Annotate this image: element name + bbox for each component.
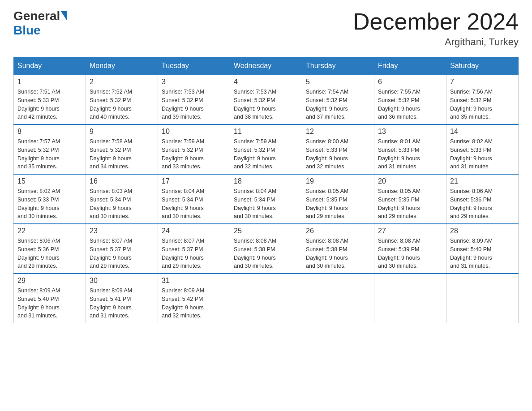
calendar-cell: 5Sunrise: 7:54 AMSunset: 5:32 PMDaylight… xyxy=(302,75,374,124)
calendar-cell: 17Sunrise: 8:04 AMSunset: 5:34 PMDayligh… xyxy=(158,174,230,224)
day-number: 24 xyxy=(162,227,226,235)
day-info: Sunrise: 7:53 AMSunset: 5:32 PMDaylight:… xyxy=(162,88,226,121)
day-info: Sunrise: 8:02 AMSunset: 5:33 PMDaylight:… xyxy=(17,187,82,221)
day-number: 1 xyxy=(17,78,82,86)
weekday-header-sunday: Sunday xyxy=(14,57,86,75)
week-row-2: 8Sunrise: 7:57 AMSunset: 5:32 PMDaylight… xyxy=(14,124,519,174)
day-info: Sunrise: 8:00 AMSunset: 5:33 PMDaylight:… xyxy=(306,137,370,171)
calendar-cell: 6Sunrise: 7:55 AMSunset: 5:32 PMDaylight… xyxy=(374,75,446,124)
day-info: Sunrise: 8:08 AMSunset: 5:38 PMDaylight:… xyxy=(234,237,298,270)
day-number: 29 xyxy=(17,277,82,285)
logo: General Blue xyxy=(13,9,68,38)
day-info: Sunrise: 8:06 AMSunset: 5:36 PMDaylight:… xyxy=(450,187,515,221)
calendar-cell: 26Sunrise: 8:08 AMSunset: 5:38 PMDayligh… xyxy=(302,224,374,274)
day-number: 19 xyxy=(306,177,370,185)
logo-blue-text: Blue xyxy=(13,23,41,37)
day-info: Sunrise: 8:05 AMSunset: 5:35 PMDaylight:… xyxy=(378,187,442,221)
week-row-5: 29Sunrise: 8:09 AMSunset: 5:40 PMDayligh… xyxy=(14,274,519,323)
weekday-header-tuesday: Tuesday xyxy=(158,57,230,75)
day-number: 9 xyxy=(90,128,154,136)
logo-general-text: General xyxy=(13,9,60,23)
day-number: 30 xyxy=(90,277,154,285)
day-info: Sunrise: 8:07 AMSunset: 5:37 PMDaylight:… xyxy=(90,237,154,270)
weekday-header-row: SundayMondayTuesdayWednesdayThursdayFrid… xyxy=(14,57,519,75)
calendar-cell xyxy=(446,274,519,323)
day-number: 31 xyxy=(162,277,226,285)
day-info: Sunrise: 7:56 AMSunset: 5:32 PMDaylight:… xyxy=(450,88,515,121)
day-number: 4 xyxy=(234,78,298,86)
day-info: Sunrise: 7:57 AMSunset: 5:32 PMDaylight:… xyxy=(17,137,82,171)
day-number: 21 xyxy=(450,177,515,185)
day-info: Sunrise: 7:54 AMSunset: 5:32 PMDaylight:… xyxy=(306,88,370,121)
calendar-cell: 19Sunrise: 8:05 AMSunset: 5:35 PMDayligh… xyxy=(302,174,374,224)
day-number: 28 xyxy=(450,227,515,235)
calendar-cell: 12Sunrise: 8:00 AMSunset: 5:33 PMDayligh… xyxy=(302,124,374,174)
calendar-cell xyxy=(374,274,446,323)
day-number: 23 xyxy=(90,227,154,235)
calendar-cell: 31Sunrise: 8:09 AMSunset: 5:42 PMDayligh… xyxy=(158,274,230,323)
day-info: Sunrise: 8:08 AMSunset: 5:38 PMDaylight:… xyxy=(306,237,370,270)
day-number: 16 xyxy=(90,177,154,185)
calendar-cell: 22Sunrise: 8:06 AMSunset: 5:36 PMDayligh… xyxy=(14,224,86,274)
month-title: December 2024 xyxy=(353,9,519,34)
day-info: Sunrise: 7:53 AMSunset: 5:32 PMDaylight:… xyxy=(234,88,298,121)
calendar-cell: 24Sunrise: 8:07 AMSunset: 5:37 PMDayligh… xyxy=(158,224,230,274)
day-info: Sunrise: 8:02 AMSunset: 5:33 PMDaylight:… xyxy=(450,137,515,171)
calendar-cell xyxy=(302,274,374,323)
day-number: 14 xyxy=(450,128,515,136)
calendar-cell: 23Sunrise: 8:07 AMSunset: 5:37 PMDayligh… xyxy=(86,224,158,274)
day-number: 6 xyxy=(378,78,442,86)
day-number: 8 xyxy=(17,128,82,136)
calendar-cell: 10Sunrise: 7:59 AMSunset: 5:32 PMDayligh… xyxy=(158,124,230,174)
calendar-cell: 7Sunrise: 7:56 AMSunset: 5:32 PMDaylight… xyxy=(446,75,519,124)
calendar-cell: 1Sunrise: 7:51 AMSunset: 5:33 PMDaylight… xyxy=(14,75,86,124)
day-info: Sunrise: 8:04 AMSunset: 5:34 PMDaylight:… xyxy=(234,187,298,221)
day-number: 27 xyxy=(378,227,442,235)
weekday-header-saturday: Saturday xyxy=(446,57,519,75)
day-number: 26 xyxy=(306,227,370,235)
calendar-cell: 4Sunrise: 7:53 AMSunset: 5:32 PMDaylight… xyxy=(230,75,302,124)
day-info: Sunrise: 7:52 AMSunset: 5:32 PMDaylight:… xyxy=(90,88,154,121)
weekday-header-friday: Friday xyxy=(374,57,446,75)
day-info: Sunrise: 8:04 AMSunset: 5:34 PMDaylight:… xyxy=(162,187,226,221)
calendar-cell: 14Sunrise: 8:02 AMSunset: 5:33 PMDayligh… xyxy=(446,124,519,174)
calendar-table: SundayMondayTuesdayWednesdayThursdayFrid… xyxy=(13,57,519,323)
day-number: 13 xyxy=(378,128,442,136)
day-info: Sunrise: 7:59 AMSunset: 5:32 PMDaylight:… xyxy=(162,137,226,171)
week-row-1: 1Sunrise: 7:51 AMSunset: 5:33 PMDaylight… xyxy=(14,75,519,124)
day-number: 18 xyxy=(234,177,298,185)
day-number: 5 xyxy=(306,78,370,86)
day-number: 12 xyxy=(306,128,370,136)
calendar-cell: 29Sunrise: 8:09 AMSunset: 5:40 PMDayligh… xyxy=(14,274,86,323)
page-header: General Blue December 2024 Argithani, Tu… xyxy=(13,9,519,48)
day-info: Sunrise: 8:09 AMSunset: 5:40 PMDaylight:… xyxy=(17,287,82,320)
day-number: 10 xyxy=(162,128,226,136)
day-number: 7 xyxy=(450,78,515,86)
calendar-cell: 18Sunrise: 8:04 AMSunset: 5:34 PMDayligh… xyxy=(230,174,302,224)
calendar-cell: 20Sunrise: 8:05 AMSunset: 5:35 PMDayligh… xyxy=(374,174,446,224)
day-info: Sunrise: 8:09 AMSunset: 5:41 PMDaylight:… xyxy=(90,287,154,320)
day-info: Sunrise: 7:58 AMSunset: 5:32 PMDaylight:… xyxy=(90,137,154,171)
day-info: Sunrise: 8:09 AMSunset: 5:42 PMDaylight:… xyxy=(162,287,226,320)
calendar-cell: 13Sunrise: 8:01 AMSunset: 5:33 PMDayligh… xyxy=(374,124,446,174)
day-info: Sunrise: 8:03 AMSunset: 5:34 PMDaylight:… xyxy=(90,187,154,221)
calendar-cell: 2Sunrise: 7:52 AMSunset: 5:32 PMDaylight… xyxy=(86,75,158,124)
day-info: Sunrise: 7:59 AMSunset: 5:32 PMDaylight:… xyxy=(234,137,298,171)
day-info: Sunrise: 8:05 AMSunset: 5:35 PMDaylight:… xyxy=(306,187,370,221)
day-number: 25 xyxy=(234,227,298,235)
day-info: Sunrise: 8:06 AMSunset: 5:36 PMDaylight:… xyxy=(17,237,82,270)
weekday-header-monday: Monday xyxy=(86,57,158,75)
calendar-cell: 11Sunrise: 7:59 AMSunset: 5:32 PMDayligh… xyxy=(230,124,302,174)
day-number: 20 xyxy=(378,177,442,185)
day-number: 22 xyxy=(17,227,82,235)
day-number: 2 xyxy=(90,78,154,86)
calendar-cell xyxy=(230,274,302,323)
day-info: Sunrise: 7:51 AMSunset: 5:33 PMDaylight:… xyxy=(17,88,82,121)
day-number: 15 xyxy=(17,177,82,185)
location-label: Argithani, Turkey xyxy=(353,36,519,48)
day-info: Sunrise: 8:07 AMSunset: 5:37 PMDaylight:… xyxy=(162,237,226,270)
calendar-cell: 25Sunrise: 8:08 AMSunset: 5:38 PMDayligh… xyxy=(230,224,302,274)
calendar-cell: 27Sunrise: 8:08 AMSunset: 5:39 PMDayligh… xyxy=(374,224,446,274)
day-info: Sunrise: 8:09 AMSunset: 5:40 PMDaylight:… xyxy=(450,237,515,270)
day-info: Sunrise: 8:01 AMSunset: 5:33 PMDaylight:… xyxy=(378,137,442,171)
